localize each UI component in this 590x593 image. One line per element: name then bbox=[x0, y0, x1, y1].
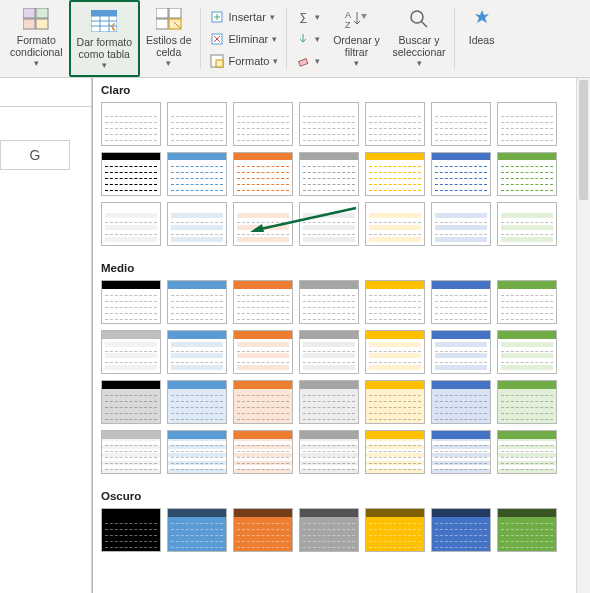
cells-group: Insertar ▾ Eliminar ▾ Formato ▾ bbox=[203, 0, 285, 77]
table-style-swatch[interactable] bbox=[299, 102, 359, 146]
autosum-button[interactable]: ∑▾ bbox=[293, 7, 322, 27]
fill-button[interactable]: ▾ bbox=[293, 29, 322, 49]
dark-styles-grid bbox=[93, 504, 590, 562]
chevron-down-icon: ▾ bbox=[315, 34, 320, 44]
table-style-swatch[interactable] bbox=[101, 430, 161, 474]
table-style-swatch[interactable] bbox=[167, 152, 227, 196]
table-style-swatch[interactable] bbox=[365, 280, 425, 324]
scrollbar-thumb[interactable] bbox=[579, 80, 588, 200]
table-style-swatch[interactable] bbox=[167, 102, 227, 146]
table-style-swatch[interactable] bbox=[233, 330, 293, 374]
chevron-down-icon: ▾ bbox=[166, 58, 171, 68]
table-style-swatch[interactable] bbox=[167, 280, 227, 324]
svg-rect-0 bbox=[23, 8, 35, 18]
format-table-icon bbox=[90, 8, 118, 34]
table-style-swatch[interactable] bbox=[167, 508, 227, 552]
table-style-swatch[interactable] bbox=[233, 202, 293, 246]
table-style-swatch[interactable] bbox=[299, 330, 359, 374]
insert-button[interactable]: Insertar ▾ bbox=[207, 7, 281, 27]
cell-styles-button[interactable]: Estilos de celda ▾ bbox=[140, 0, 198, 77]
table-style-swatch[interactable] bbox=[233, 280, 293, 324]
table-style-swatch[interactable] bbox=[497, 202, 557, 246]
medium-styles-grid bbox=[93, 276, 590, 484]
section-light-title: Claro bbox=[93, 78, 590, 98]
ideas-button[interactable]: Ideas bbox=[457, 0, 507, 77]
table-style-swatch[interactable] bbox=[101, 102, 161, 146]
chevron-down-icon: ▾ bbox=[102, 60, 107, 70]
column-header-G[interactable]: G bbox=[0, 140, 70, 170]
ribbon: Formato condicional ▾ Dar formato como t… bbox=[0, 0, 590, 78]
table-style-swatch[interactable] bbox=[167, 430, 227, 474]
table-style-swatch[interactable] bbox=[233, 508, 293, 552]
table-style-swatch[interactable] bbox=[101, 380, 161, 424]
table-style-swatch[interactable] bbox=[431, 380, 491, 424]
insert-label: Insertar bbox=[229, 11, 266, 23]
table-style-swatch[interactable] bbox=[299, 508, 359, 552]
table-style-swatch[interactable] bbox=[101, 202, 161, 246]
table-style-swatch[interactable] bbox=[167, 330, 227, 374]
sort-filter-button[interactable]: AZ Ordenar y filtrar ▾ bbox=[326, 0, 386, 77]
svg-rect-21 bbox=[216, 60, 223, 67]
table-style-swatch[interactable] bbox=[497, 380, 557, 424]
table-style-swatch[interactable] bbox=[167, 380, 227, 424]
ideas-label: Ideas bbox=[469, 34, 495, 46]
format-button[interactable]: Formato ▾ bbox=[207, 51, 281, 71]
conditional-formatting-button[interactable]: Formato condicional ▾ bbox=[4, 0, 69, 77]
table-style-swatch[interactable] bbox=[431, 102, 491, 146]
table-style-swatch[interactable] bbox=[101, 508, 161, 552]
table-style-swatch[interactable] bbox=[299, 152, 359, 196]
svg-rect-4 bbox=[91, 10, 117, 16]
format-as-table-button[interactable]: Dar formato como tabla ▾ bbox=[69, 0, 140, 77]
table-style-swatch[interactable] bbox=[365, 430, 425, 474]
chevron-down-icon: ▾ bbox=[315, 12, 320, 22]
table-style-swatch[interactable] bbox=[431, 202, 491, 246]
sort-filter-label: Ordenar y filtrar bbox=[333, 34, 380, 58]
svg-rect-11 bbox=[169, 8, 181, 18]
table-style-swatch[interactable] bbox=[233, 380, 293, 424]
table-style-swatch[interactable] bbox=[365, 508, 425, 552]
table-style-swatch[interactable] bbox=[431, 280, 491, 324]
table-style-swatch[interactable] bbox=[233, 102, 293, 146]
table-style-swatch[interactable] bbox=[101, 152, 161, 196]
table-style-swatch[interactable] bbox=[299, 280, 359, 324]
table-style-swatch[interactable] bbox=[299, 380, 359, 424]
table-style-swatch[interactable] bbox=[101, 280, 161, 324]
chevron-down-icon: ▾ bbox=[34, 58, 39, 68]
table-style-swatch[interactable] bbox=[233, 430, 293, 474]
table-style-swatch[interactable] bbox=[365, 152, 425, 196]
table-style-swatch[interactable] bbox=[167, 202, 227, 246]
table-style-swatch[interactable] bbox=[365, 380, 425, 424]
table-style-swatch[interactable] bbox=[431, 152, 491, 196]
conditional-format-label: Formato condicional bbox=[10, 34, 63, 58]
table-style-swatch[interactable] bbox=[365, 202, 425, 246]
table-style-swatch[interactable] bbox=[497, 152, 557, 196]
find-select-button[interactable]: Buscar y seleccionar ▾ bbox=[386, 0, 451, 77]
table-style-swatch[interactable] bbox=[365, 330, 425, 374]
section-dark-title: Oscuro bbox=[93, 484, 590, 504]
table-style-swatch[interactable] bbox=[497, 102, 557, 146]
table-style-swatch[interactable] bbox=[431, 330, 491, 374]
table-style-swatch[interactable] bbox=[101, 330, 161, 374]
clear-button[interactable]: ▾ bbox=[293, 51, 322, 71]
table-style-swatch[interactable] bbox=[497, 508, 557, 552]
delete-cells-icon bbox=[209, 31, 225, 47]
svg-line-26 bbox=[421, 21, 427, 27]
delete-button[interactable]: Eliminar ▾ bbox=[207, 29, 281, 49]
table-style-swatch[interactable] bbox=[299, 202, 359, 246]
cell-styles-icon bbox=[155, 6, 183, 32]
table-style-swatch[interactable] bbox=[431, 508, 491, 552]
chevron-down-icon: ▾ bbox=[417, 58, 422, 68]
table-style-swatch[interactable] bbox=[497, 280, 557, 324]
format-cells-icon bbox=[209, 53, 225, 69]
table-style-swatch[interactable] bbox=[431, 430, 491, 474]
cell-styles-label: Estilos de celda bbox=[146, 34, 192, 58]
light-styles-grid bbox=[93, 98, 590, 256]
svg-rect-10 bbox=[156, 8, 168, 18]
scrollbar[interactable] bbox=[576, 78, 590, 593]
table-style-swatch[interactable] bbox=[365, 102, 425, 146]
table-style-swatch[interactable] bbox=[497, 330, 557, 374]
table-styles-gallery: Claro Medio Oscuro bbox=[92, 78, 590, 593]
table-style-swatch[interactable] bbox=[233, 152, 293, 196]
table-style-swatch[interactable] bbox=[299, 430, 359, 474]
table-style-swatch[interactable] bbox=[497, 430, 557, 474]
